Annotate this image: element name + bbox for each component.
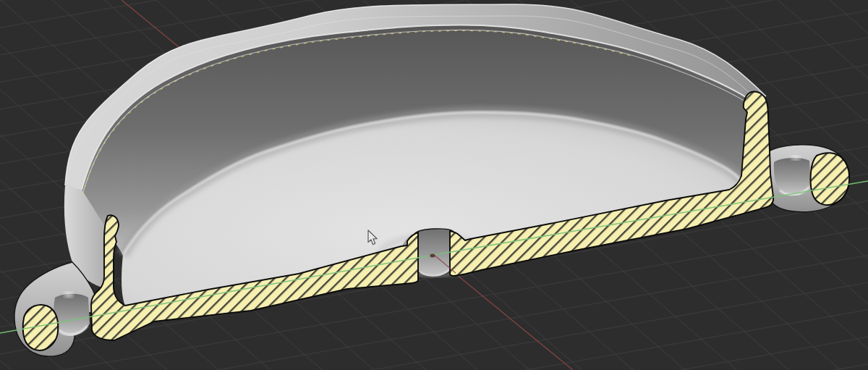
right-lug-specular: [791, 156, 800, 160]
viewport-canvas[interactable]: [0, 0, 868, 370]
right-lug-section-hatch: [810, 153, 849, 205]
left-lug-specular: [64, 293, 73, 298]
origin-marker: [430, 254, 435, 258]
viewport-3d[interactable]: [0, 0, 868, 370]
